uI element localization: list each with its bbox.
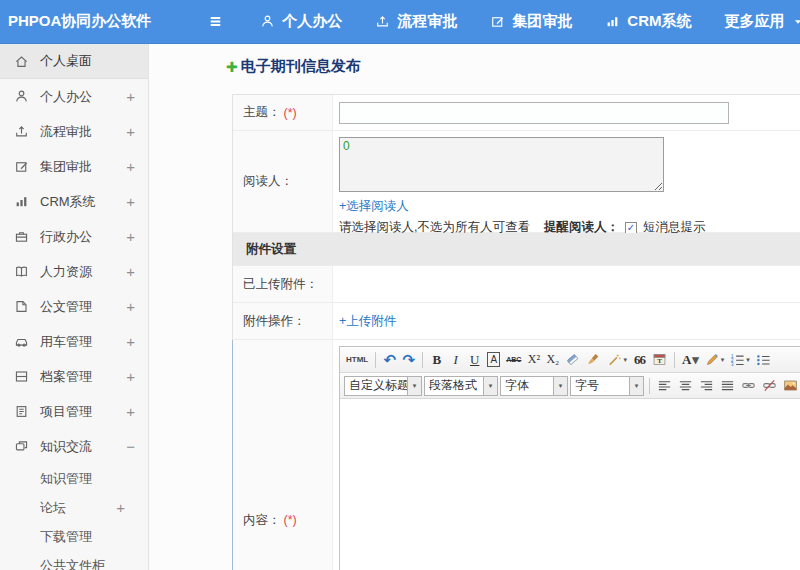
topnav-items: 个人办公流程审批集团审批CRM系统更多应用 — [260, 12, 800, 31]
toolbar-button-label: X² — [528, 352, 540, 367]
align-right-button[interactable] — [697, 375, 716, 397]
expand-plus-icon[interactable]: + — [126, 263, 135, 280]
dropdown-caret-icon[interactable]: ▾ — [629, 377, 643, 395]
insert-image-button[interactable] — [781, 375, 800, 397]
eraser-button[interactable] — [563, 349, 582, 371]
expand-plus-icon[interactable]: + — [126, 403, 135, 420]
expand-plus-icon[interactable]: + — [126, 298, 135, 315]
sidebar-item-workflow-approval[interactable]: 流程审批+ — [0, 114, 148, 149]
toolbar-button-label: U — [470, 352, 479, 368]
custom-title-select[interactable]: 自定义标题▾ — [344, 376, 422, 396]
topnav-item-label: 个人办公 — [282, 12, 342, 31]
add-plus-icon: ✚ — [226, 60, 238, 74]
sidebar-item-forum[interactable]: 论坛+ — [0, 493, 148, 522]
unlink-button[interactable] — [760, 375, 779, 397]
upload-attachment-link[interactable]: +上传附件 — [339, 313, 396, 330]
expand-plus-icon[interactable]: + — [126, 368, 135, 385]
sidebar-item-download-management[interactable]: 下载管理 — [0, 522, 148, 551]
editor-content-area[interactable] — [340, 399, 800, 570]
align-justify-button[interactable] — [718, 375, 737, 397]
sidebar-item-knowledge-management[interactable]: 知识管理 — [0, 464, 148, 493]
expand-plus-icon[interactable]: + — [126, 193, 135, 210]
topnav-item-more-apps[interactable]: 更多应用 — [725, 12, 800, 31]
expand-plus-icon[interactable]: + — [126, 123, 135, 140]
person-icon — [260, 14, 275, 29]
sidebar-item-human-resources[interactable]: 人力资源+ — [0, 254, 148, 289]
blockquote-button[interactable]: 66 — [631, 349, 648, 371]
subject-input[interactable] — [339, 102, 729, 124]
sidebar-item-archive-management[interactable]: 档案管理+ — [0, 359, 148, 394]
undo-button[interactable]: ↶ — [381, 349, 398, 371]
bold-button[interactable]: B — [428, 349, 445, 371]
align-justify-icon — [720, 378, 735, 393]
sidebar-item-label: 下载管理 — [40, 528, 92, 546]
topnav-item-group-approval[interactable]: 集团审批 — [490, 12, 572, 31]
underline-button[interactable]: U — [466, 349, 483, 371]
sidebar-item-project-management[interactable]: 项目管理+ — [0, 394, 148, 429]
expand-plus-icon[interactable]: + — [126, 333, 135, 350]
align-left-icon — [657, 378, 672, 393]
unordered-list-icon — [756, 352, 771, 367]
toolbar-button-label: B — [432, 352, 441, 368]
redo-button[interactable]: ↷ — [400, 349, 417, 371]
font-family-select[interactable]: 字体▾ — [500, 376, 568, 396]
link-button[interactable] — [739, 375, 758, 397]
align-center-icon — [678, 378, 693, 393]
font-size-select[interactable]: 字号▾ — [570, 376, 644, 396]
align-left-button[interactable] — [655, 375, 674, 397]
menu-toggle-button[interactable] — [207, 13, 224, 30]
html-source-button[interactable]: HTML — [344, 349, 370, 371]
sidebar-item-document-management[interactable]: 公文管理+ — [0, 289, 148, 324]
font-box-button[interactable]: A — [485, 349, 502, 371]
unordered-list-button[interactable] — [754, 349, 773, 371]
paragraph-format-select[interactable]: 段落格式▾ — [424, 376, 498, 396]
main-content: ✚ 电子期刊信息发布 主题： (*) 阅读人： 0 — [149, 44, 800, 570]
readers-textarea[interactable]: 0 — [339, 137, 664, 192]
paste-word-button[interactable]: T — [650, 349, 669, 371]
highlight-color-button[interactable]: ▾ — [703, 349, 727, 371]
edit-icon — [490, 14, 505, 29]
sidebar-item-personal-desktop[interactable]: 个人桌面 — [0, 44, 148, 79]
select-label: 字号 — [571, 377, 629, 394]
sidebar-item-crm-system[interactable]: CRM系统+ — [0, 184, 148, 219]
topnav-item-workflow-approval[interactable]: 流程审批 — [375, 12, 457, 31]
select-readers-link[interactable]: +选择阅读人 — [339, 199, 409, 213]
topnav-item-crm-system[interactable]: CRM系统 — [605, 12, 691, 31]
italic-button[interactable]: I — [447, 349, 464, 371]
sidebar-item-admin-office[interactable]: 行政办公+ — [0, 219, 148, 254]
align-center-button[interactable] — [676, 375, 695, 397]
app-logo: PHPOA协同办公软件 — [0, 12, 151, 31]
expand-plus-icon[interactable]: + — [116, 499, 125, 516]
toolbar-separator — [649, 378, 650, 394]
sidebar-item-knowledge-exchange[interactable]: 知识交流− — [0, 429, 148, 464]
ordered-list-button[interactable]: 123▾ — [728, 349, 752, 371]
project-icon — [14, 404, 30, 419]
expand-plus-icon[interactable]: + — [126, 228, 135, 245]
content-label-cell: 内容： (*) — [233, 340, 333, 570]
flow-icon — [14, 124, 30, 139]
font-color-button[interactable]: A▾ — [680, 349, 701, 371]
sidebar-item-vehicle-management[interactable]: 用车管理+ — [0, 324, 148, 359]
briefcase-icon — [14, 229, 30, 244]
expand-plus-icon[interactable]: + — [126, 88, 135, 105]
topnav-item-personal-office[interactable]: 个人办公 — [260, 12, 342, 31]
toolbar-button-label: X₂ — [546, 352, 559, 367]
subject-value-cell — [333, 95, 800, 130]
dropdown-caret-icon[interactable]: ▾ — [553, 377, 567, 395]
dropdown-caret-icon[interactable]: ▾ — [483, 377, 497, 395]
collapse-minus-icon[interactable]: − — [126, 438, 135, 455]
sidebar-item-label: 人力资源 — [40, 263, 92, 281]
expand-plus-icon[interactable]: + — [126, 158, 135, 175]
hamburger-icon — [207, 13, 224, 30]
sidebar-item-group-approval[interactable]: 集团审批+ — [0, 149, 148, 184]
sms-remind-checkbox[interactable]: ✓ — [625, 222, 637, 234]
image-icon — [783, 378, 798, 393]
autotypeset-button[interactable]: ▾ — [605, 349, 629, 371]
superscript-button[interactable]: X² — [525, 349, 542, 371]
strikethrough-button[interactable]: ABC — [504, 349, 523, 371]
sidebar-item-personal-office[interactable]: 个人办公+ — [0, 79, 148, 114]
format-brush-button[interactable] — [584, 349, 603, 371]
dropdown-caret-icon[interactable]: ▾ — [407, 377, 421, 395]
sidebar-item-public-file-cabinet[interactable]: 公共文件柜 — [0, 551, 148, 570]
subscript-button[interactable]: X₂ — [544, 349, 561, 371]
